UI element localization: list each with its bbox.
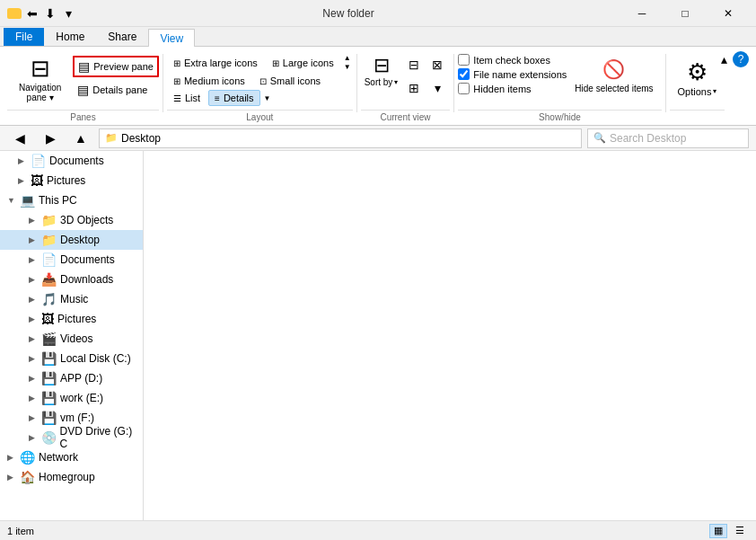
app-d-icon: 💾	[41, 371, 57, 385]
ribbon: ⊟ Navigationpane ▾ ▤ Preview pane ▤ Deta…	[0, 47, 756, 126]
extra-large-icons-button[interactable]: ⊞ Extra large icons	[167, 54, 264, 72]
view-toggle-details[interactable]: ▦	[709, 524, 727, 538]
maximize-button[interactable]: □	[664, 0, 706, 27]
list-label: List	[185, 93, 200, 103]
preview-pane-button[interactable]: ▤ Preview pane	[73, 56, 159, 77]
details-label: Details	[224, 93, 254, 103]
help-button[interactable]: ?	[733, 51, 749, 67]
local-disk-c-label: Local Disk (C:)	[60, 352, 131, 365]
hidden-items-checkbox[interactable]	[458, 83, 470, 94]
sort-by-icon: ⊟	[374, 54, 390, 77]
view-icon-2[interactable]: ⊠	[426, 54, 448, 75]
sidebar-item-music[interactable]: ▶ 🎵 Music	[0, 289, 143, 309]
sidebar-item-pictures[interactable]: ▶ 🖼 Pictures	[0, 309, 143, 329]
file-name-extensions-label: File name extensions	[473, 69, 567, 80]
sidebar-item-app-d[interactable]: ▶ 💾 APP (D:)	[0, 368, 143, 388]
small-icons-button[interactable]: ⊡ Small icons	[253, 73, 327, 89]
tab-home[interactable]: Home	[44, 28, 96, 46]
large-icons-button[interactable]: ⊞ Large icons	[266, 54, 340, 72]
hidden-items-toggle[interactable]: Hidden items	[458, 83, 567, 94]
options-button[interactable]: ⚙ Options ▾	[670, 50, 725, 104]
sidebar-item-homegroup[interactable]: ▶ 🏠 Homegroup	[0, 467, 143, 487]
3d-label: 3D Objects	[60, 214, 113, 226]
vm-f-label: vm (F:)	[60, 412, 94, 424]
address-field[interactable]: 📁 Desktop	[99, 128, 582, 148]
sidebar-item-pictures-top[interactable]: ▶ 🖼 Pictures	[0, 171, 143, 190]
local-disk-c-icon: 💾	[41, 351, 57, 366]
medium-icons-button[interactable]: ⊞ Medium icons	[167, 73, 251, 89]
sidebar-item-documents[interactable]: ▶ 📄 Documents	[0, 250, 143, 270]
hidden-items-label: Hidden items	[473, 84, 531, 94]
layout-scroll-up[interactable]: ▲ ▼	[342, 54, 353, 72]
nav-pane-label: Navigationpane ▾	[19, 83, 61, 102]
navigation-pane-button[interactable]: ⊟ Navigationpane ▾	[11, 50, 69, 107]
tb-forward-icon[interactable]: ⬇	[43, 6, 57, 21]
view-icon-4[interactable]: ▾	[426, 77, 448, 99]
file-name-extensions-checkbox[interactable]	[458, 68, 470, 80]
minimize-button[interactable]: ─	[621, 0, 663, 27]
preview-pane-icon: ▤	[78, 59, 90, 74]
sidebar-item-this-pc[interactable]: ▼ 💻 This PC	[0, 190, 143, 210]
address-bar: ◀ ▶ ▲ 📁 Desktop 🔍 Search Desktop	[0, 126, 756, 151]
hide-selected-items-button[interactable]: 🚫 Hide selected items	[567, 50, 661, 94]
downloads-label: Downloads	[60, 273, 113, 286]
content-area	[144, 151, 756, 520]
title-bar: ⬅ ⬇ ▾ New folder ─ □ ✕	[0, 0, 756, 27]
window-controls: ─ □ ✕	[621, 0, 749, 27]
ribbon-group-panes: ⊟ Navigationpane ▾ ▤ Preview pane ▤ Deta…	[7, 50, 159, 122]
tab-view[interactable]: View	[148, 29, 195, 47]
this-pc-label: This PC	[39, 194, 77, 207]
sidebar-item-work-e[interactable]: ▶ 💾 work (E:)	[0, 388, 143, 408]
chevron-documents-top: ▶	[18, 156, 27, 165]
up-button[interactable]: ▲	[68, 128, 93, 148]
search-field[interactable]: 🔍 Search Desktop	[587, 128, 749, 148]
tb-back-icon[interactable]: ⬅	[25, 6, 40, 21]
view-toggle-large[interactable]: ☰	[731, 524, 749, 538]
item-check-boxes-checkbox[interactable]	[458, 54, 470, 66]
sidebar-item-dvd-g[interactable]: ▶ 💿 DVD Drive (G:) C	[0, 428, 143, 447]
documents-top-label: Documents	[49, 155, 104, 167]
pictures-icon: 🖼	[41, 312, 54, 326]
hide-selected-label: Hide selected items	[575, 84, 653, 93]
forward-button[interactable]: ▶	[38, 128, 63, 148]
sidebar-item-desktop[interactable]: ▶ 📁 Desktop	[0, 230, 143, 250]
tab-file[interactable]: File	[4, 28, 44, 46]
sep3	[453, 54, 454, 112]
details-pane-button[interactable]: ▤ Details pane	[73, 80, 159, 100]
dvd-g-label: DVD Drive (G:) C	[60, 425, 139, 450]
large-label: Large icons	[283, 58, 334, 68]
sort-by-label: Sort by	[365, 77, 393, 87]
sidebar-item-videos[interactable]: ▶ 🎬 Videos	[0, 329, 143, 349]
sort-by-button[interactable]: Sort by ▾	[365, 77, 399, 87]
sidebar-item-downloads[interactable]: ▶ 📥 Downloads	[0, 270, 143, 289]
back-button[interactable]: ◀	[7, 128, 32, 148]
view-icon-3[interactable]: ⊞	[403, 77, 425, 99]
ribbon-group-options: ⚙ Options ▾	[670, 50, 725, 122]
sep1	[163, 54, 163, 112]
search-placeholder: Search Desktop	[610, 132, 686, 145]
list-button[interactable]: ☰ List	[167, 90, 207, 106]
sidebar-item-3d-objects[interactable]: ▶ 📁 3D Objects	[0, 210, 143, 230]
chevron-3d: ▶	[29, 216, 38, 225]
ribbon-collapse-button[interactable]: ▴	[719, 50, 729, 68]
item-check-boxes-toggle[interactable]: Item check boxes	[458, 54, 567, 66]
extra-large-label: Extra large icons	[184, 58, 258, 68]
sidebar-item-network[interactable]: ▶ 🌐 Network	[0, 447, 143, 467]
extra-large-icon: ⊞	[173, 58, 180, 68]
pictures-label: Pictures	[57, 313, 96, 325]
work-e-label: work (E:)	[60, 392, 103, 404]
layout-more-arrow[interactable]: ▼	[262, 90, 273, 106]
show-hide-content: Item check boxes File name extensions Hi…	[458, 50, 661, 110]
options-group-label	[670, 110, 725, 122]
tb-down-icon[interactable]: ▾	[61, 6, 75, 21]
status-count: 1 item	[7, 526, 34, 536]
close-button[interactable]: ✕	[708, 0, 749, 27]
details-button[interactable]: ≡ Details	[208, 90, 259, 106]
tab-share[interactable]: Share	[96, 28, 148, 46]
file-name-extensions-toggle[interactable]: File name extensions	[458, 68, 567, 80]
view-icon-1[interactable]: ⊟	[403, 54, 425, 75]
title-bar-quick-access: ⬅ ⬇ ▾	[7, 6, 75, 21]
sidebar-item-documents-top[interactable]: ▶ 📄 Documents	[0, 151, 143, 171]
status-view-toggles: ▦ ☰	[709, 524, 749, 538]
sidebar-item-local-disk-c[interactable]: ▶ 💾 Local Disk (C:)	[0, 349, 143, 368]
